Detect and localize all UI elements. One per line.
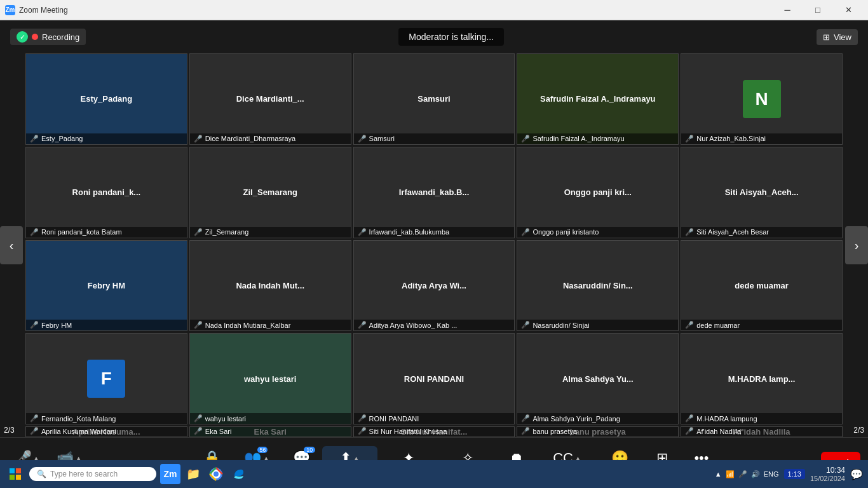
participant-name-bar: 🎤 Fernandio_Kota Malang — [26, 413, 187, 424]
muted-mic-icon: 🎤 — [521, 414, 530, 423]
participant-name-bar: 🎤 Safrudin Faizal A._Indramayu — [517, 133, 678, 144]
video-cell[interactable]: dede muamar 🎤 dede muamar — [681, 240, 843, 332]
svg-rect-0 — [10, 468, 15, 473]
participant-name-bar: 🎤 RONI PANDANI — [354, 413, 515, 424]
video-cell[interactable]: Zil_Semarang 🎤 Zil_Semarang — [189, 147, 351, 238]
notification-icon[interactable]: 💬 — [850, 468, 863, 480]
muted-mic-icon: 🎤 — [30, 427, 39, 435]
windows-start-button[interactable] — [5, 464, 25, 484]
video-cell[interactable]: N 🎤 Nur Azizah_Kab.Sinjai — [681, 53, 843, 145]
video-cell[interactable]: Siti Aisyah_Aceh... 🎤 Siti Aisyah_Aceh B… — [681, 147, 843, 238]
participant-name-center: dede muamar — [732, 281, 791, 290]
close-button[interactable]: ✕ — [834, 0, 863, 20]
participant-name-bar: 🎤 Nasaruddin/ Sinjai — [517, 320, 678, 330]
taskbar-right: ▲ 📶 🎤 🔊 ENG 1:13 10:34 15/02/2024 💬 — [715, 466, 863, 482]
date-display: 15/02/2024 — [810, 475, 845, 482]
video-cell[interactable]: M.HADRA lamp... 🎤 M.HADRA lampung — [681, 333, 843, 424]
meeting-header: ✓ Recording Moderator is talking... ⊞ Vi… — [0, 20, 868, 53]
chrome-app[interactable] — [206, 464, 226, 484]
participant-name-center: Onggo panji kri... — [562, 187, 634, 197]
video-cell[interactable]: Aprilia Kusuma... 🎤 Aprilia Kusuma Warda… — [25, 426, 187, 437]
video-cell[interactable]: Siti Nur Hanifat... 🎤 Siti Nur Hanifatul… — [353, 426, 515, 437]
taskbar: 🔍 Type here to search Zm 📁 ▲ 📶 🎤 🔊 ENG — [0, 460, 868, 488]
datetime-display: 10:34 15/02/2024 — [810, 466, 845, 482]
participant-name-center: wahyu lestari — [241, 374, 299, 384]
participant-avatar: N — [743, 80, 781, 118]
view-label: View — [834, 32, 851, 42]
muted-mic-icon: 🎤 — [685, 321, 694, 329]
video-cell[interactable]: Nada Indah Mut... 🎤 Nada Indah Mutiara_K… — [189, 240, 351, 332]
muted-mic-icon: 🎤 — [685, 135, 694, 143]
svg-rect-3 — [16, 475, 21, 480]
video-cell[interactable]: Onggo panji kri... 🎤 Onggo panji kristan… — [517, 147, 679, 238]
video-grid-container: ‹ 2/3 Esty_Padang 🎤 Esty_Padang Dice Mar… — [0, 53, 868, 437]
title-bar-left: Zm Zoom Meeting — [5, 5, 68, 15]
grid-icon: ⊞ — [823, 32, 830, 42]
participant-name-bar: 🎤 Af'idah Nadlila — [681, 426, 842, 437]
muted-mic-icon: 🎤 — [30, 414, 39, 423]
participant-name-center: Esty_Padang — [78, 94, 135, 104]
participant-name: Zil_Semarang — [205, 228, 248, 236]
muted-mic-icon: 🎤 — [358, 228, 367, 236]
participant-name-bar: 🎤 Siti Aisyah_Aceh Besar — [681, 227, 842, 238]
video-cell[interactable]: Esty_Padang 🎤 Esty_Padang — [25, 53, 187, 145]
muted-mic-icon: 🎤 — [685, 427, 694, 435]
participant-name: Samsuri — [369, 135, 395, 142]
video-cell[interactable]: Safrudin Faizal A._Indramayu 🎤 Safrudin … — [517, 53, 679, 145]
svg-point-6 — [214, 471, 219, 477]
muted-mic-icon: 🎤 — [194, 135, 203, 143]
zoom-taskbar-app[interactable]: Zm — [160, 464, 180, 484]
participant-name-center: Aditya Arya Wi... — [399, 281, 469, 290]
video-cell[interactable]: Samsuri 🎤 Samsuri — [353, 53, 515, 145]
next-page-button[interactable]: › — [845, 226, 868, 264]
video-cell[interactable]: Roni pandani_k... 🎤 Roni pandani_kota Ba… — [25, 147, 187, 238]
video-cell[interactable]: Af'idah Nadlila 🎤 Af'idah Nadlila — [681, 426, 843, 437]
search-box[interactable]: 🔍 Type here to search — [29, 467, 156, 481]
video-cell[interactable]: Aditya Arya Wi... 🎤 Aditya Arya Wibowo_ … — [353, 240, 515, 332]
participant-count: 56 — [257, 447, 268, 453]
participant-name: Siti Nur Hanifatul Khusna — [369, 428, 447, 435]
svg-rect-1 — [16, 468, 21, 473]
muted-mic-icon: 🎤 — [30, 228, 39, 236]
muted-mic-icon: 🎤 — [685, 228, 694, 236]
video-cell[interactable]: Dice Mardianti_... 🎤 Dice Mardianti_Dhar… — [189, 53, 351, 145]
participant-name-bar: 🎤 Irfawandi_kab.Bulukumba — [354, 227, 515, 238]
video-cell[interactable]: Alma Sahdya Yu... 🎤 Alma Sahdya Yurin_Pa… — [517, 333, 679, 424]
edge-app[interactable] — [229, 464, 249, 484]
title-bar-controls[interactable]: ─ □ ✕ — [773, 0, 863, 20]
video-cell[interactable]: banu prasetya 🎤 banu prasetya — [517, 426, 679, 437]
participant-name-bar: 🎤 dede muamar — [681, 320, 842, 330]
muted-mic-icon: 🎤 — [194, 414, 203, 423]
participant-name: M.HADRA lampung — [696, 415, 757, 423]
muted-mic-icon: 🎤 — [30, 321, 39, 329]
participant-name: Eka Sari — [205, 428, 232, 435]
participant-name-center: Safrudin Faizal A._Indramayu — [538, 94, 658, 104]
video-cell[interactable]: wahyu lestari 🎤 wahyu lestari — [189, 333, 351, 424]
participant-name-center: Irfawandi_kab.B... — [397, 187, 472, 197]
participant-name-bar: 🎤 banu prasetya — [517, 426, 678, 437]
participant-name: Irfawandi_kab.Bulukumba — [369, 228, 450, 236]
tray-arrow[interactable]: ▲ — [715, 470, 722, 478]
participant-name: banu prasetya — [532, 428, 577, 435]
participant-name-bar: 🎤 Onggo panji kristanto — [517, 227, 678, 238]
video-cell[interactable]: Irfawandi_kab.B... 🎤 Irfawandi_kab.Buluk… — [353, 147, 515, 238]
prev-page-button[interactable]: ‹ — [0, 226, 23, 264]
participant-name-bar: 🎤 Nur Azizah_Kab.Sinjai — [681, 133, 842, 144]
zoom-logo: Zm — [5, 5, 15, 15]
muted-mic-icon: 🎤 — [358, 427, 367, 435]
participant-name: Siti Aisyah_Aceh Besar — [696, 228, 769, 236]
view-button[interactable]: ⊞ View — [817, 29, 858, 45]
video-cell[interactable]: RONI PANDANI 🎤 RONI PANDANI — [353, 333, 515, 424]
maximize-button[interactable]: □ — [803, 0, 832, 20]
participant-name: Esty_Padang — [41, 135, 83, 142]
video-cell[interactable]: Nasaruddin/ Sin... 🎤 Nasaruddin/ Sinjai — [517, 240, 679, 332]
muted-mic-icon: 🎤 — [521, 321, 530, 329]
minimize-button[interactable]: ─ — [773, 0, 802, 20]
muted-mic-icon: 🎤 — [30, 135, 39, 143]
video-cell[interactable]: F 🎤 Fernandio_Kota Malang — [25, 333, 187, 424]
video-cell[interactable]: Febry HM 🎤 Febry HM — [25, 240, 187, 332]
file-explorer-app[interactable]: 📁 — [183, 464, 203, 484]
participant-name-center: Nada Indah Mut... — [233, 281, 307, 290]
volume-icon: 🔊 — [751, 470, 760, 478]
video-cell[interactable]: Eka Sari 🎤 Eka Sari — [189, 426, 351, 437]
